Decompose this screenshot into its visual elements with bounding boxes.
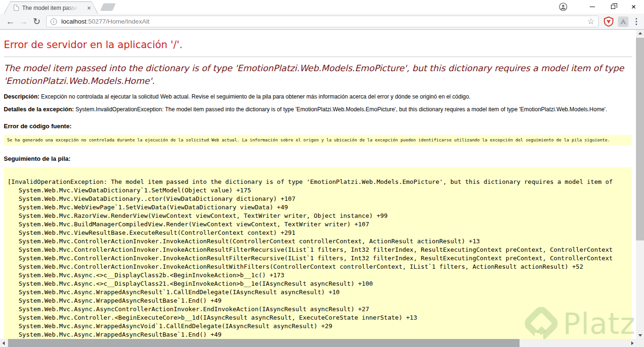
scroll-up-icon[interactable] (638, 32, 642, 34)
minimize-button[interactable] (582, 0, 603, 14)
browser-tab[interactable]: The model item passed i × (4, 1, 98, 14)
stack-trace-text: [InvalidOperationException: The model it… (4, 167, 632, 339)
bookmark-star-icon[interactable]: ☆ (587, 17, 594, 26)
back-icon[interactable]: ← (4, 15, 17, 28)
description-text: Excepción no controlada al ejecutar la s… (41, 93, 471, 100)
page-favicon-icon (14, 5, 19, 11)
profile-icon[interactable] (559, 2, 568, 11)
vertical-scrollbar[interactable] (636, 30, 644, 339)
tab-title: The model item passed i (22, 5, 78, 11)
stack-trace-label: Seguimiento de la pila: (4, 155, 636, 162)
exception-line: Detalles de la excepción: System.Invalid… (4, 106, 632, 113)
restore-button[interactable] (603, 0, 623, 14)
minimize-icon (590, 7, 595, 7)
horizontal-scrollbar[interactable] (0, 339, 636, 347)
scroll-right-icon[interactable] (631, 341, 634, 345)
horizontal-scrollbar-thumb[interactable] (8, 339, 520, 347)
url-path: :50277/Home/IndexAlt (86, 18, 149, 25)
stack-trace-box: [InvalidOperationException: The model it… (4, 167, 632, 339)
page-info-icon[interactable]: i (50, 18, 57, 25)
shield-extension-icon[interactable] (603, 16, 614, 27)
browser-menu-icon[interactable]: ⋮ (632, 17, 640, 26)
scrollbar-corner (636, 339, 644, 347)
exception-label: Detalles de la excepción: (4, 106, 74, 113)
close-window-icon: × (631, 3, 636, 11)
url-host: localhost (61, 18, 86, 25)
restore-icon (611, 5, 615, 9)
source-error-box: Se ha generado una excepción no controla… (4, 135, 632, 145)
forward-icon[interactable]: → (17, 15, 30, 28)
extension-icons (603, 16, 628, 27)
browser-titlebar: The model item passed i × × (0, 0, 644, 14)
page-title: Error de servidor en la aplicación '/'. (4, 39, 636, 50)
url-text[interactable]: localhost:50277/Home/IndexAlt (61, 18, 149, 25)
source-error-label: Error de código fuente: (4, 123, 636, 130)
description-line: Descripción: Excepción no controlada al … (4, 93, 632, 100)
browser-window: The model item passed i × × ← → ↻ i loca… (0, 0, 644, 347)
exception-text: System.InvalidOperationException: The mo… (75, 106, 607, 113)
url-bar[interactable]: i localhost:50277/Home/IndexAlt ☆ (46, 16, 599, 27)
divider (4, 57, 632, 57)
acrobat-extension-icon[interactable] (618, 17, 628, 27)
browser-toolbar: ← → ↻ i localhost:50277/Home/IndexAlt ☆ … (0, 14, 644, 30)
scroll-left-icon[interactable] (2, 341, 5, 345)
error-page: Error de servidor en la aplicación '/'. … (0, 30, 636, 339)
reload-icon[interactable]: ↻ (30, 15, 43, 28)
description-label: Descripción: (4, 93, 40, 100)
window-controls: × (559, 0, 644, 14)
close-window-button[interactable]: × (623, 0, 644, 14)
scroll-down-icon[interactable] (638, 334, 642, 337)
vertical-scrollbar-thumb[interactable] (636, 38, 644, 240)
tab-close-icon[interactable]: × (87, 5, 91, 11)
new-tab-button[interactable] (100, 3, 116, 11)
error-subtitle: The model item passed into the dictionar… (4, 62, 632, 87)
